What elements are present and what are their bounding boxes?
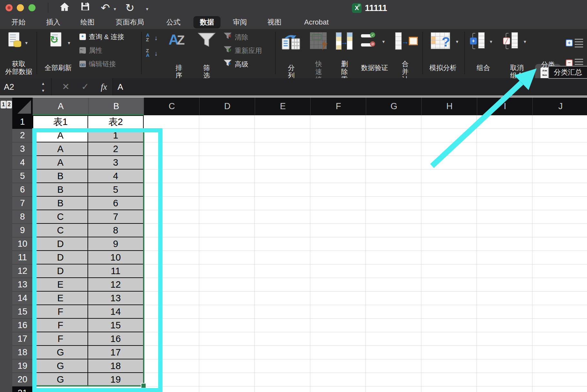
row-header-15[interactable]: 15 xyxy=(12,305,33,319)
cell-A6[interactable]: B xyxy=(33,183,88,197)
cell-B3[interactable]: 2 xyxy=(88,142,144,156)
toolbar-dropdown-icon[interactable]: ▾ xyxy=(146,3,149,15)
outline-level-1-button[interactable]: 1 xyxy=(1,101,6,108)
cell-B6[interactable]: 5 xyxy=(88,183,144,197)
row-header-16[interactable]: 16 xyxy=(12,319,33,332)
cell-A1[interactable]: 表1 xyxy=(33,115,88,129)
column-header-A[interactable]: A xyxy=(33,98,88,115)
row-header-6[interactable]: 6 xyxy=(12,183,33,197)
row-header-18[interactable]: 18 xyxy=(12,346,33,359)
cell-A17[interactable]: F xyxy=(33,332,88,346)
tab-9[interactable]: Acrobat xyxy=(298,15,335,29)
column-header-J[interactable]: J xyxy=(532,98,587,115)
cell-A13[interactable]: E xyxy=(33,278,88,292)
tab-1[interactable]: 开始 xyxy=(5,15,32,29)
cell-B19[interactable]: 18 xyxy=(88,359,144,373)
row-header-20[interactable]: 20 xyxy=(12,373,33,387)
cell-B15[interactable]: 14 xyxy=(88,305,144,319)
cell-B17[interactable]: 16 xyxy=(88,332,144,346)
cell-A19[interactable]: G xyxy=(33,359,88,373)
cell-A12[interactable]: D xyxy=(33,264,88,278)
cell-A18[interactable]: G xyxy=(33,346,88,359)
tab-3[interactable]: 绘图 xyxy=(74,15,101,29)
tab-4[interactable]: 页面布局 xyxy=(109,15,150,29)
cell-B1[interactable]: 表2 xyxy=(88,115,144,129)
row-header-5[interactable]: 5 xyxy=(12,170,33,183)
advanced-filter-button[interactable]: ≡ 高级 xyxy=(223,59,248,69)
undo-dropdown-icon[interactable]: ▾ xyxy=(114,3,116,15)
zoom-button[interactable] xyxy=(28,4,36,11)
formula-input[interactable]: A xyxy=(112,78,587,96)
cell-A7[interactable]: B xyxy=(33,197,88,210)
cell-B9[interactable]: 8 xyxy=(88,224,144,237)
cell-A5[interactable]: B xyxy=(33,170,88,183)
row-header-19[interactable]: 19 xyxy=(12,359,33,373)
cell-A14[interactable]: E xyxy=(33,292,88,305)
show-detail-button[interactable]: + 显 xyxy=(566,38,587,51)
cell-B10[interactable]: 9 xyxy=(88,237,144,251)
column-header-H[interactable]: H xyxy=(421,98,477,115)
row-header-1[interactable]: 1 xyxy=(12,115,33,129)
name-box-spinner[interactable]: ▴▾ xyxy=(42,80,44,94)
cell-B18[interactable]: 17 xyxy=(88,346,144,359)
enter-icon[interactable]: ✓ xyxy=(81,78,89,96)
column-header-C[interactable]: C xyxy=(144,98,200,115)
cell-B7[interactable]: 6 xyxy=(88,197,144,210)
fx-icon[interactable]: fx xyxy=(101,78,107,96)
tab-7[interactable]: 审阅 xyxy=(226,15,253,29)
cell-B12[interactable]: 11 xyxy=(88,264,144,278)
cell-A15[interactable]: F xyxy=(33,305,88,319)
minimize-button[interactable] xyxy=(17,4,24,11)
undo-icon[interactable]: ↶ xyxy=(101,1,110,14)
cell-A11[interactable]: D xyxy=(33,251,88,264)
column-header-B[interactable]: B xyxy=(88,98,144,115)
cell-A3[interactable]: A xyxy=(33,142,88,156)
row-header-2[interactable]: 2 xyxy=(12,129,33,142)
row-header-14[interactable]: 14 xyxy=(12,292,33,305)
cell-B16[interactable]: 15 xyxy=(88,319,144,332)
row-header-21[interactable]: 21 xyxy=(12,387,33,392)
home-icon[interactable] xyxy=(59,1,70,15)
tab-2[interactable]: 插入 xyxy=(40,15,67,29)
row-header-4[interactable]: 4 xyxy=(12,156,33,170)
tab-6[interactable]: 数据 xyxy=(193,16,221,28)
cell-A20[interactable]: G xyxy=(33,373,88,387)
redo-icon[interactable]: ↻ xyxy=(125,1,135,14)
column-header-F[interactable]: F xyxy=(310,98,366,115)
queries-connections-button[interactable]: ✦ 查询 & 连接 xyxy=(79,32,124,41)
fill-handle[interactable] xyxy=(141,383,146,388)
outline-level-2-button[interactable]: 2 xyxy=(6,101,12,108)
cell-A10[interactable]: D xyxy=(33,237,88,251)
cell-A4[interactable]: A xyxy=(33,156,88,170)
cell-A8[interactable]: C xyxy=(33,210,88,224)
column-header-D[interactable]: D xyxy=(199,98,255,115)
sort-descending-button[interactable]: ZA ↓ xyxy=(146,48,161,61)
column-header-E[interactable]: E xyxy=(255,98,311,115)
row-header-13[interactable]: 13 xyxy=(12,278,33,292)
name-box[interactable]: A2 xyxy=(4,78,14,96)
row-header-3[interactable]: 3 xyxy=(12,142,33,156)
cell-B20[interactable]: 19 xyxy=(88,373,144,387)
cell-A9[interactable]: C xyxy=(33,224,88,237)
cancel-icon[interactable]: ✕ xyxy=(62,78,69,96)
row-header-7[interactable]: 7 xyxy=(12,197,33,210)
row-header-11[interactable]: 11 xyxy=(12,251,33,264)
row-header-9[interactable]: 9 xyxy=(12,224,33,237)
cell-B13[interactable]: 12 xyxy=(88,278,144,292)
cell-B5[interactable]: 4 xyxy=(88,170,144,183)
row-header-10[interactable]: 10 xyxy=(12,237,33,251)
row-header-12[interactable]: 12 xyxy=(12,264,33,278)
cell-B11[interactable]: 10 xyxy=(88,251,144,264)
select-all-corner[interactable] xyxy=(12,98,33,115)
save-icon[interactable] xyxy=(80,1,90,15)
cell-B4[interactable]: 3 xyxy=(88,156,144,170)
tab-8[interactable]: 视图 xyxy=(261,15,288,29)
close-button[interactable] xyxy=(5,4,13,11)
row-header-8[interactable]: 8 xyxy=(12,210,33,224)
sort-ascending-button[interactable]: AZ ↓ xyxy=(146,33,161,46)
column-header-I[interactable]: I xyxy=(477,98,533,115)
tab-5[interactable]: 公式 xyxy=(160,15,187,29)
row-header-17[interactable]: 17 xyxy=(12,332,33,346)
cell-B14[interactable]: 13 xyxy=(88,292,144,305)
cell-B8[interactable]: 7 xyxy=(88,210,144,224)
